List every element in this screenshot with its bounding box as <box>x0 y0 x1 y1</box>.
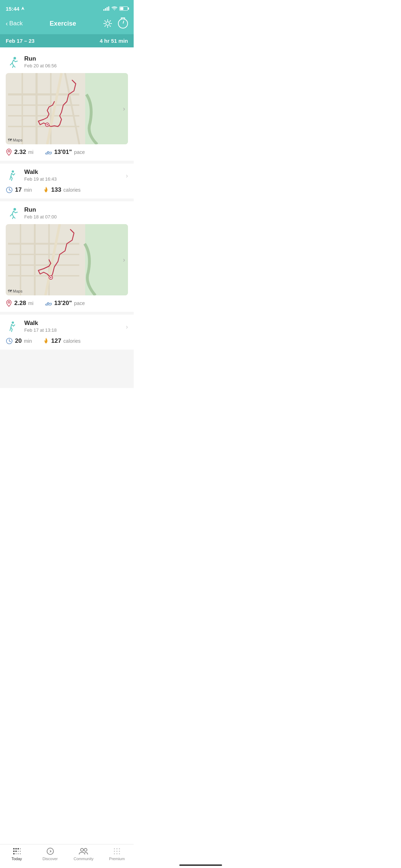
status-bar: 15:44 <box>0 0 134 16</box>
activity-type: Walk <box>24 320 126 327</box>
settings-icon[interactable] <box>103 19 112 28</box>
walk1-info: Walk Feb 19 at 16:43 <box>24 169 126 182</box>
walk-item[interactable]: Walk Feb 17 at 13:18 › 20 min 127 ca <box>0 315 134 350</box>
activity-date: Feb 18 at 07:00 <box>24 214 128 219</box>
map-background: 🗺 Maps <box>6 224 128 295</box>
map2-chevron-icon: › <box>123 256 125 264</box>
map-label-2: 🗺 Maps <box>8 289 22 293</box>
header: ‹ Back Exercise <box>0 16 134 34</box>
walk1-chevron-icon: › <box>126 172 128 180</box>
calories-unit: calories <box>63 338 81 344</box>
svg-point-27 <box>12 170 14 172</box>
activity-item[interactable]: Run Feb 18 at 07:00 <box>0 201 134 312</box>
run2-map[interactable]: 🗺 Maps › <box>6 224 128 295</box>
pace-unit: pace <box>74 149 85 155</box>
distance-value: 2.28 <box>14 300 26 307</box>
walk-item[interactable]: Walk Feb 19 at 16:43 › 17 min 133 ca <box>0 164 134 198</box>
run1-stats: 2.32 mi 13'01" pace <box>6 149 128 156</box>
flame-icon <box>43 337 49 345</box>
flame-icon <box>43 186 49 193</box>
activity-list: Run Feb 20 at 06:56 <box>0 50 134 388</box>
distance-value: 2.32 <box>14 149 26 156</box>
shoe-icon <box>45 149 52 155</box>
calories-stat: 133 calories <box>43 186 81 193</box>
svg-line-11 <box>110 26 110 26</box>
distance-stat: 2.28 mi <box>6 300 34 307</box>
map-label: 🗺 Maps <box>8 138 22 142</box>
svg-rect-2 <box>105 8 106 11</box>
location-pin-icon <box>6 149 12 156</box>
run2-header: Run Feb 18 at 07:00 <box>6 206 128 221</box>
walk2-info: Walk Feb 17 at 13:18 <box>24 320 126 333</box>
svg-line-13 <box>105 26 106 26</box>
run2-stats: 2.28 mi 13'20" pace <box>6 300 128 307</box>
activity-date: Feb 20 at 06:56 <box>24 63 128 68</box>
map-chevron-icon: › <box>123 105 125 113</box>
walk1-stats: 17 min 133 calories <box>6 186 128 193</box>
svg-point-42 <box>8 301 10 303</box>
svg-line-30 <box>9 190 11 191</box>
svg-rect-3 <box>107 7 108 11</box>
duration-unit: min <box>24 338 32 344</box>
map-streets <box>6 73 128 144</box>
distance-stat: 2.32 mi <box>6 149 34 156</box>
walk1-header: Walk Feb 19 at 16:43 › <box>6 169 128 183</box>
calories-unit: calories <box>63 187 81 193</box>
duration-stat: 17 min <box>6 186 32 193</box>
activity-date: Feb 17 at 13:18 <box>24 327 126 333</box>
svg-point-25 <box>47 124 48 125</box>
back-chevron-icon: ‹ <box>6 20 8 27</box>
duration-value: 17 <box>15 186 22 193</box>
duration-stat: 20 min <box>6 337 32 345</box>
stopwatch-icon[interactable] <box>118 19 128 29</box>
clock-icon <box>6 186 13 193</box>
calories-value: 127 <box>51 337 61 345</box>
svg-line-22 <box>65 73 79 144</box>
duration-unit: min <box>24 187 32 193</box>
duration-value: 20 <box>15 337 22 345</box>
run2-info: Run Feb 18 at 07:00 <box>24 206 128 219</box>
svg-point-26 <box>8 150 10 152</box>
walk-icon <box>6 169 20 183</box>
svg-point-43 <box>12 321 14 324</box>
back-button[interactable]: ‹ Back <box>6 20 23 27</box>
pace-stat: 13'20" pace <box>45 300 85 307</box>
clock-icon <box>6 337 13 345</box>
pace-unit: pace <box>74 300 85 306</box>
distance-unit: mi <box>28 300 34 306</box>
calories-value: 133 <box>51 186 61 193</box>
week-range: Feb 17 – 23 <box>6 38 35 44</box>
battery-icon <box>119 6 128 11</box>
map-background: 🗺 Maps <box>6 73 128 144</box>
status-time: 15:44 <box>6 6 25 12</box>
svg-line-23 <box>47 73 62 144</box>
shoe-icon <box>45 300 52 306</box>
svg-line-46 <box>9 341 11 342</box>
wifi-icon <box>112 6 117 11</box>
walk2-header: Walk Feb 17 at 13:18 › <box>6 320 128 334</box>
activity-type: Run <box>24 55 128 62</box>
svg-point-31 <box>14 208 16 211</box>
activity-date: Feb 19 at 16:43 <box>24 176 126 182</box>
activity-item[interactable]: Run Feb 20 at 06:56 <box>0 50 134 161</box>
svg-line-39 <box>46 224 60 295</box>
calories-stat: 127 calories <box>43 337 81 345</box>
svg-marker-0 <box>21 7 24 10</box>
run-icon <box>6 55 20 69</box>
distance-unit: mi <box>28 149 34 155</box>
header-icons <box>103 19 128 29</box>
svg-rect-4 <box>108 6 109 11</box>
map-streets-2 <box>6 224 128 295</box>
location-pin-icon <box>6 300 12 307</box>
back-label: Back <box>9 20 23 27</box>
pace-stat: 13'01" pace <box>45 149 85 156</box>
run1-map[interactable]: 🗺 Maps › <box>6 73 128 144</box>
svg-point-5 <box>106 22 109 25</box>
run1-header: Run Feb 20 at 06:56 <box>6 55 128 69</box>
signal-icon <box>103 6 109 11</box>
pace-value: 13'01" <box>54 149 72 156</box>
run1-info: Run Feb 20 at 06:56 <box>24 55 128 68</box>
activity-type: Walk <box>24 169 126 176</box>
svg-point-14 <box>14 57 16 60</box>
walk-icon <box>6 320 20 334</box>
